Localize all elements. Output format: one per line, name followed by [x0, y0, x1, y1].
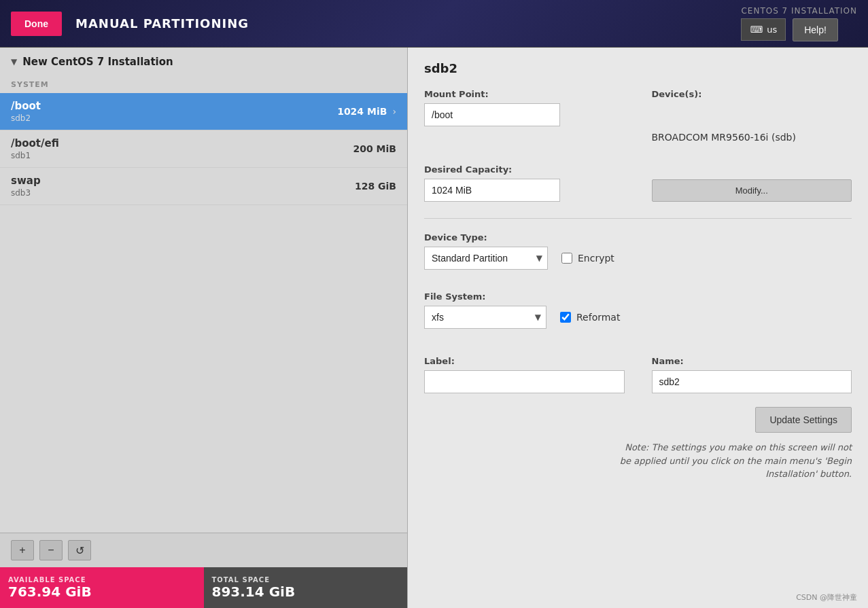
file-system-label: File System:	[424, 291, 852, 302]
mount-point-input[interactable]	[424, 103, 560, 126]
partition-name-boot: /boot	[11, 100, 337, 112]
tree-title: New CentOS 7 Installation	[22, 56, 173, 68]
help-button[interactable]: Help!	[793, 18, 838, 41]
encrypt-checkbox-row: Encrypt	[561, 253, 614, 264]
name-field-label: Name:	[652, 356, 852, 366]
device-type-label: Device Type:	[424, 232, 852, 243]
devices-group: Device(s): BROADCOM MR9560-16i (sdb)	[652, 89, 852, 151]
partition-info-boot: /boot sdb2	[11, 100, 337, 123]
watermark: CSDN @降世神童	[796, 592, 857, 603]
update-settings-button[interactable]: Update Settings	[755, 407, 852, 433]
partition-sub-swap: sdb3	[11, 188, 355, 198]
name-group: Name:	[652, 356, 852, 393]
desired-capacity-label: Desired Capacity:	[424, 164, 625, 175]
total-space-label: TOTAL SPACE	[212, 576, 400, 584]
file-system-select-wrapper: xfs ext4 ext3 ext2 swap vfat biosboot ▼	[424, 306, 546, 329]
label-field-label: Label:	[424, 356, 625, 366]
device-type-row: Standard Partition BTRFS LVM LVM Thin Pr…	[424, 247, 852, 270]
app-title: MANUAL PARTITIONING	[75, 16, 249, 31]
available-space-block: AVAILABLE SPACE 763.94 GiB	[0, 567, 204, 608]
reformat-checkbox-row: Reformat	[560, 312, 620, 323]
keyboard-icon: ⌨	[750, 24, 763, 35]
left-panel: ▼ New CentOS 7 Installation SYSTEM /boot…	[0, 48, 408, 608]
mount-point-group: Mount Point:	[424, 89, 625, 151]
refresh-button[interactable]: ↺	[68, 540, 91, 560]
partition-size-swap: 128 GiB	[355, 181, 396, 192]
device-type-group: Device Type: Standard Partition BTRFS LV…	[424, 232, 852, 281]
device-type-select[interactable]: Standard Partition BTRFS LVM LVM Thin Pr…	[424, 247, 548, 270]
devices-label: Device(s):	[652, 89, 852, 99]
label-input[interactable]	[424, 370, 625, 393]
chevron-right-icon-boot: ›	[392, 106, 396, 117]
main-content: ▼ New CentOS 7 Installation SYSTEM /boot…	[0, 48, 868, 608]
header-left: Done MANUAL PARTITIONING	[11, 12, 249, 36]
partition-size-boot: 1024 MiB	[337, 106, 387, 117]
total-space-value: 893.14 GiB	[212, 584, 400, 600]
file-system-group: File System: xfs ext4 ext3 ext2 swap vfa…	[424, 291, 852, 342]
space-info: AVAILABLE SPACE 763.94 GiB TOTAL SPACE 8…	[0, 567, 407, 608]
system-section-label: SYSTEM	[0, 76, 407, 93]
desired-capacity-group: Desired Capacity:	[424, 164, 625, 202]
partition-size-boot-efi: 200 MiB	[353, 143, 397, 154]
section-divider	[424, 218, 852, 219]
update-settings-row: Update Settings	[424, 407, 852, 433]
device-value: BROADCOM MR9560-16i (sdb)	[652, 132, 852, 143]
label-group: Label:	[424, 356, 625, 393]
right-panel: sdb2 Mount Point: Device(s): BROADCOM MR…	[408, 48, 868, 608]
reformat-checkbox[interactable]	[560, 312, 571, 323]
partition-sub-boot-efi: sdb1	[11, 151, 353, 160]
done-button[interactable]: Done	[11, 12, 62, 36]
partition-item-boot-efi[interactable]: /boot/efi sdb1 200 MiB	[0, 130, 407, 168]
mount-point-label: Mount Point:	[424, 89, 625, 99]
partition-sub-boot: sdb2	[11, 113, 337, 123]
add-partition-button[interactable]: +	[11, 540, 34, 560]
device-type-select-wrapper: Standard Partition BTRFS LVM LVM Thin Pr…	[424, 247, 548, 270]
partition-heading: sdb2	[424, 61, 852, 75]
keyboard-language-selector[interactable]: ⌨ us	[741, 18, 786, 41]
partition-item-boot[interactable]: /boot sdb2 1024 MiB ›	[0, 93, 407, 130]
header-right: CENTOS 7 INSTALLATION ⌨ us Help!	[741, 6, 857, 41]
modify-group: Modify...	[652, 164, 852, 202]
desired-capacity-input[interactable]	[424, 179, 560, 202]
header: Done MANUAL PARTITIONING CENTOS 7 INSTAL…	[0, 0, 868, 48]
partition-info-swap: swap sdb3	[11, 175, 355, 198]
centos-install-label: CENTOS 7 INSTALLATION	[741, 6, 857, 16]
partition-name-swap: swap	[11, 175, 355, 187]
partition-info-boot-efi: /boot/efi sdb1	[11, 137, 353, 160]
encrypt-checkbox[interactable]	[561, 253, 572, 264]
tree-header: ▼ New CentOS 7 Installation	[0, 48, 407, 76]
note-text: Note: The settings you make on this scre…	[424, 441, 852, 481]
reformat-label: Reformat	[576, 312, 620, 323]
file-system-select[interactable]: xfs ext4 ext3 ext2 swap vfat biosboot	[424, 306, 546, 329]
remove-partition-button[interactable]: −	[39, 540, 63, 560]
encrypt-label: Encrypt	[578, 253, 614, 264]
file-system-row: xfs ext4 ext3 ext2 swap vfat biosboot ▼ …	[424, 306, 852, 329]
partition-name-boot-efi: /boot/efi	[11, 137, 353, 149]
available-space-label: AVAILABLE SPACE	[8, 576, 196, 584]
total-space-block: TOTAL SPACE 893.14 GiB	[204, 567, 408, 608]
keyboard-lang-value: us	[767, 24, 777, 35]
label-name-grid: Label: Name:	[424, 356, 852, 393]
partition-item-swap[interactable]: swap sdb3 128 GiB	[0, 168, 407, 205]
partition-toolbar: + − ↺	[0, 533, 407, 567]
modify-button[interactable]: Modify...	[652, 179, 852, 202]
tree-arrow-icon: ▼	[11, 57, 17, 67]
name-input[interactable]	[652, 370, 852, 393]
partition-tree: ▼ New CentOS 7 Installation SYSTEM /boot…	[0, 48, 407, 533]
available-space-value: 763.94 GiB	[8, 584, 196, 600]
